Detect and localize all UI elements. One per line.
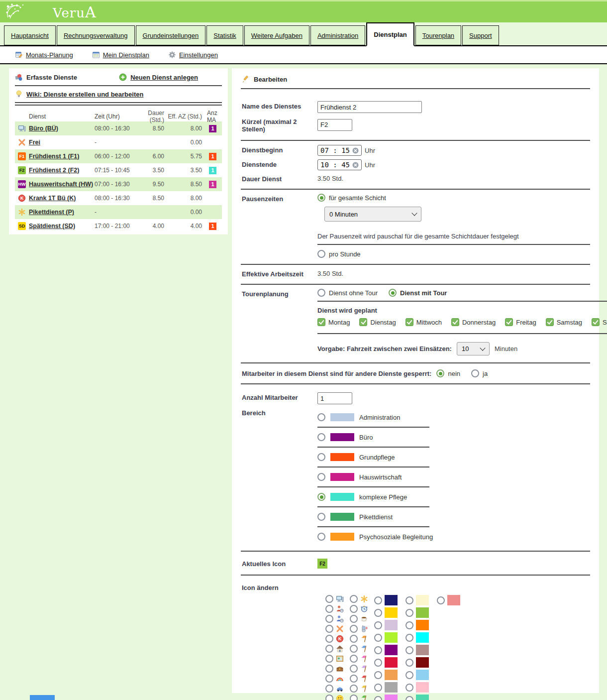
table-row: K Krank 1T Bü (K) 08:00 - 16:30 8.50 8.0… [15, 191, 222, 205]
checkbox-dienstag[interactable]: Dienstag [359, 318, 396, 326]
new-service-link[interactable]: Neuen Dienst anlegen [119, 73, 198, 81]
bereich-option-hauswirtschaft[interactable]: Hauswirtschaft [317, 471, 590, 483]
radio-gesperrt-ja[interactable] [471, 369, 479, 377]
color-option[interactable] [405, 682, 429, 693]
color-option[interactable] [405, 595, 429, 605]
color-option[interactable] [374, 682, 398, 693]
bereich-option-administration[interactable]: Administration [317, 411, 590, 423]
dienstende-input[interactable]: 10 : 45 [317, 159, 362, 170]
icon-option[interactable] [350, 695, 368, 700]
icon-option[interactable] [350, 605, 368, 613]
icon-option[interactable] [325, 665, 344, 673]
radio-icon [350, 635, 358, 643]
color-option[interactable] [374, 620, 398, 630]
service-link[interactable]: Pikettdienst (P) [29, 209, 74, 216]
service-link[interactable]: Hausweritschaft (HW) [29, 181, 93, 188]
clear-icon[interactable] [352, 162, 359, 168]
kuerzel-input[interactable] [317, 119, 352, 131]
tab-tourenplan[interactable]: Tourenplan [415, 25, 461, 45]
icon-option[interactable] [325, 645, 344, 653]
color-option[interactable] [374, 632, 398, 643]
icon-option[interactable] [350, 655, 368, 663]
bereich-option-grundpflege[interactable]: Grundpflege [317, 451, 590, 463]
bereich-option-buero[interactable]: Büro [317, 431, 590, 443]
radio-gesamte-schicht[interactable] [317, 194, 325, 202]
service-link[interactable]: Frei [29, 139, 40, 146]
tab-support[interactable]: Support [462, 25, 499, 45]
service-link[interactable]: Frühdienst 2 (F2) [29, 167, 79, 174]
anzahl-input[interactable] [317, 392, 352, 404]
checkbox-sonntag[interactable]: Sonntag [592, 318, 607, 326]
subnav-mein-dienstplan[interactable]: Mein Dienstplan [92, 51, 149, 59]
color-option[interactable] [405, 657, 429, 668]
color-option[interactable] [405, 620, 429, 630]
tab-administration[interactable]: Administration [310, 25, 365, 45]
icon-option[interactable] [325, 615, 344, 623]
icon-option[interactable]: K [325, 635, 344, 643]
checkbox-mittwoch[interactable]: Mittwoch [405, 318, 442, 326]
color-option[interactable] [437, 595, 460, 605]
radio-dienst-ohne-tour[interactable] [317, 289, 325, 297]
icon-option[interactable] [325, 595, 344, 603]
color-option[interactable] [374, 670, 398, 680]
bereich-option-pikettdienst[interactable]: Pikettdienst [317, 511, 590, 523]
fahrzeit-select[interactable]: 10 [457, 342, 490, 355]
color-option[interactable] [405, 607, 429, 618]
icon-option[interactable] [350, 635, 368, 643]
color-option[interactable] [374, 695, 398, 700]
icon-option[interactable] [350, 675, 368, 683]
color-option[interactable] [374, 657, 398, 668]
radio-dienst-mit-tour[interactable] [389, 289, 397, 297]
tab-dienstplan[interactable]: Dienstplan [366, 22, 414, 46]
chevron-down-icon [480, 345, 485, 350]
pausen-select[interactable]: 0 Minuten [324, 207, 421, 222]
name-label: Name des Dienstes [242, 101, 317, 110]
radio-icon [325, 635, 333, 643]
tab-weitere-aufgaben[interactable]: Weitere Aufgaben [244, 25, 309, 45]
clear-icon[interactable] [352, 147, 359, 154]
service-link[interactable]: Krank 1T Bü (K) [29, 195, 76, 202]
color-option[interactable] [374, 607, 398, 618]
icon-option[interactable] [325, 685, 344, 693]
subnav-einstellungen[interactable]: Einstellungen [168, 51, 218, 59]
icon-option[interactable] [350, 685, 368, 693]
color-option[interactable] [374, 645, 398, 655]
icon-option[interactable] [350, 615, 368, 623]
icon-option[interactable] [325, 605, 344, 613]
icon-option[interactable] [325, 695, 344, 700]
icon-option[interactable] [325, 655, 344, 663]
services-icon [15, 73, 23, 81]
icon-option[interactable] [350, 595, 368, 603]
service-link[interactable]: Büro (BÜ) [29, 125, 58, 132]
tab-rechnungsverwaltung[interactable]: Rechnungsverwaltung [57, 25, 135, 45]
service-link[interactable]: Frühdienst 1 (F1) [29, 153, 79, 160]
radio-icon [350, 695, 358, 700]
color-option[interactable] [405, 632, 429, 643]
tab-grundeinstellungen[interactable]: Grundeinstellungen [136, 25, 206, 45]
dienstbeginn-input[interactable]: 07 : 15 [317, 145, 362, 156]
tab-statistik[interactable]: Statistik [206, 25, 243, 45]
subnav-monats-planung[interactable]: Monats-Planung [15, 51, 73, 59]
tab-hauptansicht[interactable]: Hauptansicht [4, 25, 56, 45]
color-option[interactable] [405, 645, 429, 655]
checkbox-freitag[interactable]: Freitag [505, 318, 536, 326]
checkbox-montag[interactable]: Montag [317, 318, 350, 326]
color-option[interactable] [405, 695, 429, 700]
service-link[interactable]: Spätdienst (SD) [29, 223, 75, 230]
checkbox-checked-icon [405, 318, 413, 326]
color-option[interactable] [374, 595, 398, 605]
icon-option[interactable] [325, 625, 344, 633]
name-input[interactable] [317, 101, 422, 113]
radio-pro-stunde[interactable] [317, 250, 325, 258]
icon-option[interactable] [350, 625, 368, 633]
icon-option[interactable] [350, 665, 368, 673]
radio-gesperrt-nein[interactable] [436, 369, 444, 377]
bereich-option-psychosoziale-begleitung[interactable]: Psychosoziale Begleitung [317, 531, 590, 543]
checkbox-samstag[interactable]: Samstag [546, 318, 582, 326]
bereich-option-komplexe-pflege[interactable]: komplexe Pflege [317, 491, 590, 503]
icon-option[interactable] [325, 675, 344, 683]
checkbox-donnerstag[interactable]: Donnerstag [451, 318, 496, 326]
wiki-link[interactable]: Wiki: Dienste erstellen und bearbeiten [15, 90, 222, 98]
icon-option[interactable] [350, 645, 368, 653]
color-option[interactable] [405, 670, 429, 680]
